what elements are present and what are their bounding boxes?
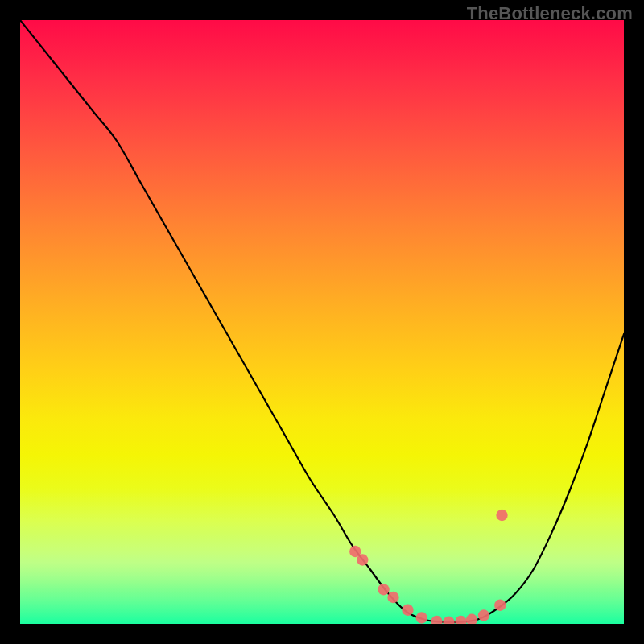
highlight-dot — [387, 592, 398, 603]
highlight-dots — [349, 510, 508, 624]
highlight-dot — [402, 605, 413, 616]
chart-frame: TheBottleneck.com — [0, 0, 644, 644]
highlight-dot — [466, 614, 477, 624]
highlight-dot — [378, 584, 389, 595]
highlight-dot — [478, 609, 489, 621]
highlight-dot — [494, 600, 506, 611]
highlight-dot — [455, 616, 466, 624]
watermark-text: TheBottleneck.com — [467, 3, 633, 24]
highlight-dot — [443, 617, 454, 624]
highlight-dot — [496, 510, 507, 521]
curve-layer — [20, 20, 624, 624]
highlight-dot — [357, 554, 368, 565]
highlight-dot — [431, 616, 442, 624]
highlight-dot — [416, 612, 427, 623]
bottleneck-curve — [20, 20, 624, 622]
plot-area — [20, 20, 624, 624]
